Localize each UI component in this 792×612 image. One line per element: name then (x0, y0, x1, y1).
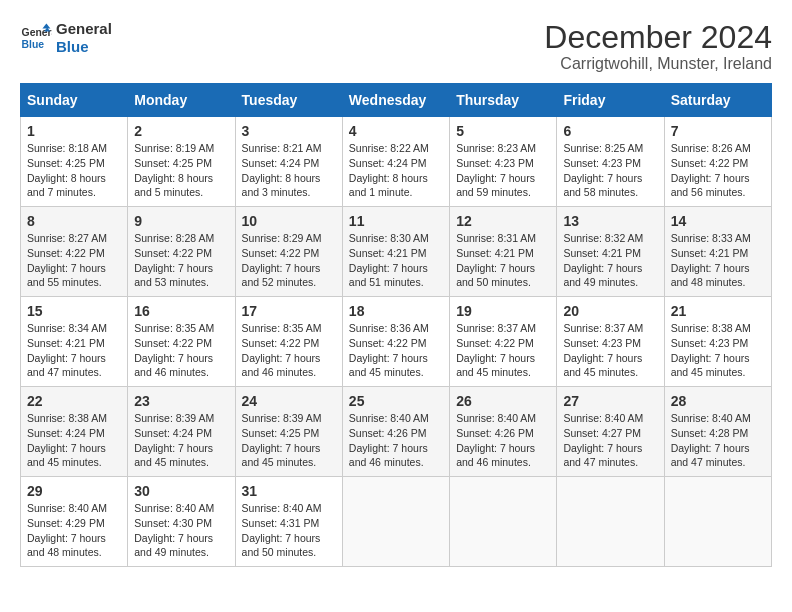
day-number: 16 (134, 303, 228, 319)
table-row: 10 Sunrise: 8:29 AM Sunset: 4:22 PM Dayl… (235, 207, 342, 297)
table-row: 13 Sunrise: 8:32 AM Sunset: 4:21 PM Dayl… (557, 207, 664, 297)
day-number: 12 (456, 213, 550, 229)
table-row: 22 Sunrise: 8:38 AM Sunset: 4:24 PM Dayl… (21, 387, 128, 477)
table-row: 29 Sunrise: 8:40 AM Sunset: 4:29 PM Dayl… (21, 477, 128, 567)
table-row: 30 Sunrise: 8:40 AM Sunset: 4:30 PM Dayl… (128, 477, 235, 567)
logo-icon: General Blue (20, 22, 52, 54)
table-row: 20 Sunrise: 8:37 AM Sunset: 4:23 PM Dayl… (557, 297, 664, 387)
day-number: 14 (671, 213, 765, 229)
subtitle: Carrigtwohill, Munster, Ireland (544, 55, 772, 73)
col-thursday: Thursday (450, 84, 557, 117)
table-row: 4 Sunrise: 8:22 AM Sunset: 4:24 PM Dayli… (342, 117, 449, 207)
table-row: 9 Sunrise: 8:28 AM Sunset: 4:22 PM Dayli… (128, 207, 235, 297)
day-info: Sunrise: 8:38 AM Sunset: 4:24 PM Dayligh… (27, 411, 121, 470)
table-row: 7 Sunrise: 8:26 AM Sunset: 4:22 PM Dayli… (664, 117, 771, 207)
day-info: Sunrise: 8:40 AM Sunset: 4:28 PM Dayligh… (671, 411, 765, 470)
table-row: 3 Sunrise: 8:21 AM Sunset: 4:24 PM Dayli… (235, 117, 342, 207)
day-number: 5 (456, 123, 550, 139)
calendar-header-row: Sunday Monday Tuesday Wednesday Thursday… (21, 84, 772, 117)
day-info: Sunrise: 8:34 AM Sunset: 4:21 PM Dayligh… (27, 321, 121, 380)
day-number: 25 (349, 393, 443, 409)
day-info: Sunrise: 8:40 AM Sunset: 4:29 PM Dayligh… (27, 501, 121, 560)
table-row: 21 Sunrise: 8:38 AM Sunset: 4:23 PM Dayl… (664, 297, 771, 387)
table-row: 2 Sunrise: 8:19 AM Sunset: 4:25 PM Dayli… (128, 117, 235, 207)
day-number: 7 (671, 123, 765, 139)
table-row: 1 Sunrise: 8:18 AM Sunset: 4:25 PM Dayli… (21, 117, 128, 207)
day-number: 22 (27, 393, 121, 409)
day-number: 21 (671, 303, 765, 319)
day-number: 19 (456, 303, 550, 319)
svg-text:Blue: Blue (22, 39, 45, 50)
day-info: Sunrise: 8:40 AM Sunset: 4:26 PM Dayligh… (349, 411, 443, 470)
col-friday: Friday (557, 84, 664, 117)
day-number: 15 (27, 303, 121, 319)
table-row: 6 Sunrise: 8:25 AM Sunset: 4:23 PM Dayli… (557, 117, 664, 207)
day-info: Sunrise: 8:25 AM Sunset: 4:23 PM Dayligh… (563, 141, 657, 200)
day-info: Sunrise: 8:21 AM Sunset: 4:24 PM Dayligh… (242, 141, 336, 200)
day-number: 24 (242, 393, 336, 409)
table-row: 19 Sunrise: 8:37 AM Sunset: 4:22 PM Dayl… (450, 297, 557, 387)
day-info: Sunrise: 8:22 AM Sunset: 4:24 PM Dayligh… (349, 141, 443, 200)
day-number: 27 (563, 393, 657, 409)
col-wednesday: Wednesday (342, 84, 449, 117)
title-block: December 2024 Carrigtwohill, Munster, Ir… (544, 20, 772, 73)
day-info: Sunrise: 8:27 AM Sunset: 4:22 PM Dayligh… (27, 231, 121, 290)
day-number: 2 (134, 123, 228, 139)
day-number: 29 (27, 483, 121, 499)
day-info: Sunrise: 8:35 AM Sunset: 4:22 PM Dayligh… (134, 321, 228, 380)
day-number: 6 (563, 123, 657, 139)
day-number: 11 (349, 213, 443, 229)
day-info: Sunrise: 8:26 AM Sunset: 4:22 PM Dayligh… (671, 141, 765, 200)
day-number: 9 (134, 213, 228, 229)
table-row: 18 Sunrise: 8:36 AM Sunset: 4:22 PM Dayl… (342, 297, 449, 387)
day-info: Sunrise: 8:31 AM Sunset: 4:21 PM Dayligh… (456, 231, 550, 290)
table-row: 12 Sunrise: 8:31 AM Sunset: 4:21 PM Dayl… (450, 207, 557, 297)
table-row: 17 Sunrise: 8:35 AM Sunset: 4:22 PM Dayl… (235, 297, 342, 387)
table-row (342, 477, 449, 567)
table-row: 28 Sunrise: 8:40 AM Sunset: 4:28 PM Dayl… (664, 387, 771, 477)
day-number: 18 (349, 303, 443, 319)
table-row: 24 Sunrise: 8:39 AM Sunset: 4:25 PM Dayl… (235, 387, 342, 477)
day-info: Sunrise: 8:33 AM Sunset: 4:21 PM Dayligh… (671, 231, 765, 290)
col-tuesday: Tuesday (235, 84, 342, 117)
day-number: 23 (134, 393, 228, 409)
day-info: Sunrise: 8:39 AM Sunset: 4:24 PM Dayligh… (134, 411, 228, 470)
day-info: Sunrise: 8:19 AM Sunset: 4:25 PM Dayligh… (134, 141, 228, 200)
day-number: 26 (456, 393, 550, 409)
table-row: 5 Sunrise: 8:23 AM Sunset: 4:23 PM Dayli… (450, 117, 557, 207)
day-number: 17 (242, 303, 336, 319)
logo-line1: General (56, 20, 112, 38)
day-info: Sunrise: 8:38 AM Sunset: 4:23 PM Dayligh… (671, 321, 765, 380)
day-info: Sunrise: 8:40 AM Sunset: 4:27 PM Dayligh… (563, 411, 657, 470)
day-info: Sunrise: 8:32 AM Sunset: 4:21 PM Dayligh… (563, 231, 657, 290)
table-row: 25 Sunrise: 8:40 AM Sunset: 4:26 PM Dayl… (342, 387, 449, 477)
page-header: General Blue General Blue December 2024 … (20, 20, 772, 73)
col-saturday: Saturday (664, 84, 771, 117)
table-row: 16 Sunrise: 8:35 AM Sunset: 4:22 PM Dayl… (128, 297, 235, 387)
day-number: 20 (563, 303, 657, 319)
day-number: 8 (27, 213, 121, 229)
table-row: 26 Sunrise: 8:40 AM Sunset: 4:26 PM Dayl… (450, 387, 557, 477)
day-number: 10 (242, 213, 336, 229)
day-number: 1 (27, 123, 121, 139)
main-title: December 2024 (544, 20, 772, 55)
day-info: Sunrise: 8:40 AM Sunset: 4:31 PM Dayligh… (242, 501, 336, 560)
table-row: 11 Sunrise: 8:30 AM Sunset: 4:21 PM Dayl… (342, 207, 449, 297)
table-row (557, 477, 664, 567)
calendar-table: Sunday Monday Tuesday Wednesday Thursday… (20, 83, 772, 567)
day-number: 3 (242, 123, 336, 139)
table-row: 27 Sunrise: 8:40 AM Sunset: 4:27 PM Dayl… (557, 387, 664, 477)
day-number: 13 (563, 213, 657, 229)
day-number: 4 (349, 123, 443, 139)
table-row: 14 Sunrise: 8:33 AM Sunset: 4:21 PM Dayl… (664, 207, 771, 297)
day-info: Sunrise: 8:18 AM Sunset: 4:25 PM Dayligh… (27, 141, 121, 200)
day-info: Sunrise: 8:23 AM Sunset: 4:23 PM Dayligh… (456, 141, 550, 200)
table-row (664, 477, 771, 567)
day-info: Sunrise: 8:30 AM Sunset: 4:21 PM Dayligh… (349, 231, 443, 290)
table-row: 8 Sunrise: 8:27 AM Sunset: 4:22 PM Dayli… (21, 207, 128, 297)
day-info: Sunrise: 8:35 AM Sunset: 4:22 PM Dayligh… (242, 321, 336, 380)
day-info: Sunrise: 8:40 AM Sunset: 4:26 PM Dayligh… (456, 411, 550, 470)
day-info: Sunrise: 8:39 AM Sunset: 4:25 PM Dayligh… (242, 411, 336, 470)
table-row: 23 Sunrise: 8:39 AM Sunset: 4:24 PM Dayl… (128, 387, 235, 477)
day-info: Sunrise: 8:40 AM Sunset: 4:30 PM Dayligh… (134, 501, 228, 560)
